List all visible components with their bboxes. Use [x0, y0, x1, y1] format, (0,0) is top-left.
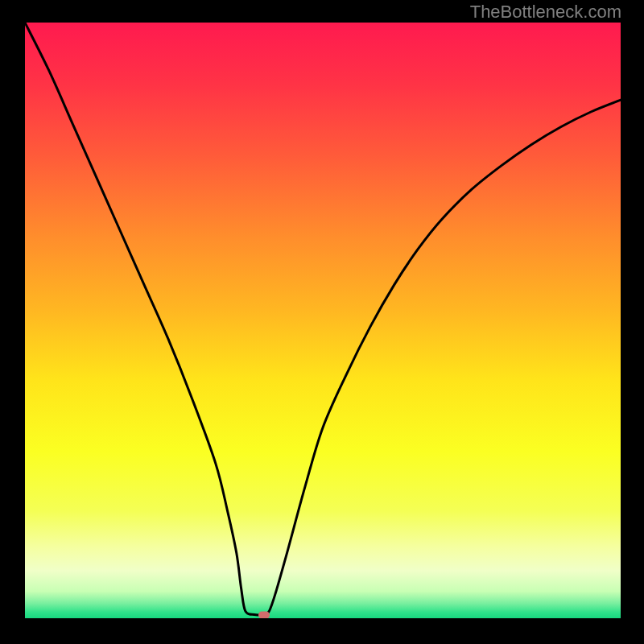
- watermark-text: TheBottleneck.com: [470, 2, 621, 23]
- chart-container: TheBottleneck.com: [0, 0, 644, 644]
- plot-area: [25, 23, 621, 618]
- bottleneck-curve: [25, 23, 621, 615]
- curve-layer: [25, 23, 621, 618]
- minimum-marker: [258, 611, 270, 618]
